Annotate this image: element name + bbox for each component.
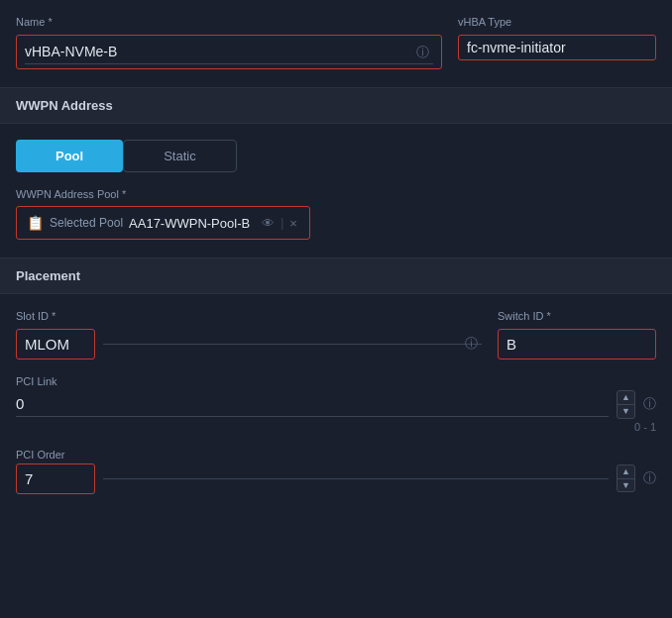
switch-id-field: Switch ID * B	[498, 310, 656, 360]
slot-info-icon[interactable]: ⓘ	[465, 335, 478, 353]
pci-order-row: 7 ▲ ▼ ⓘ	[16, 464, 656, 494]
pci-link-section: PCI Link 0 ▲ ▼ ⓘ 0 - 1	[16, 375, 656, 433]
wwpn-section-body: Pool Static WWPN Address Pool * 📋 Select…	[16, 140, 656, 240]
wwpn-pool-field[interactable]: 📋 Selected Pool AA17-WWPN-Pool-B 👁 | ×	[16, 206, 310, 240]
pool-toggle-btn[interactable]: Pool	[16, 140, 123, 172]
pci-link-increment[interactable]: ▲	[617, 391, 634, 404]
pci-order-section: PCI Order 7 ▲ ▼ ⓘ	[16, 449, 656, 494]
wwpn-section-header: WWPN Address	[0, 87, 672, 124]
slot-id-line: ⓘ	[103, 344, 482, 345]
switch-id-label: Switch ID *	[498, 310, 656, 322]
pool-name-value: AA17-WWPN-Pool-B	[129, 216, 250, 231]
switch-id-box[interactable]: B	[498, 329, 656, 360]
pool-actions: 👁 | ×	[260, 216, 299, 231]
pci-link-stepper: ▲ ▼	[616, 390, 635, 419]
placement-section-title: Placement	[16, 268, 80, 283]
slot-id-field: Slot ID * MLOM ⓘ	[16, 310, 482, 360]
slot-id-row: MLOM ⓘ	[16, 329, 482, 360]
name-label: Name *	[16, 16, 442, 28]
pci-order-increment[interactable]: ▲	[617, 465, 634, 478]
pci-link-input-area: 0	[16, 391, 609, 417]
top-fields-row: Name * vHBA-NVMe-B ⓘ vHBA Type fc-nvme-i…	[16, 16, 656, 69]
pci-order-info-icon[interactable]: ⓘ	[643, 469, 656, 487]
pci-link-decrement[interactable]: ▼	[617, 405, 634, 418]
name-input-inner: vHBA-NVMe-B ⓘ	[25, 40, 433, 64]
pci-order-stepper: ▲ ▼	[616, 464, 635, 493]
pci-link-value: 0	[16, 391, 609, 416]
pool-selected-label: Selected Pool	[50, 216, 123, 230]
pool-divider: |	[280, 216, 283, 230]
vhba-type-value: fc-nvme-initiator	[467, 40, 647, 55]
wwpn-section-title: WWPN Address	[16, 98, 113, 113]
pci-link-label: PCI Link	[16, 375, 656, 387]
slot-id-box[interactable]: MLOM	[16, 329, 95, 360]
slot-id-label: Slot ID *	[16, 310, 482, 322]
wwpn-toggle-group: Pool Static	[16, 140, 656, 172]
static-toggle-btn[interactable]: Static	[123, 140, 237, 172]
vhba-type-label: vHBA Type	[458, 16, 656, 28]
pci-link-info-icon[interactable]: ⓘ	[643, 395, 656, 413]
name-input-wrapper[interactable]: vHBA-NVMe-B ⓘ	[16, 35, 442, 69]
placement-section-body: Slot ID * MLOM ⓘ Switch ID * B	[16, 310, 656, 494]
wwpn-pool-label: WWPN Address Pool *	[16, 188, 656, 200]
pci-order-label: PCI Order	[16, 449, 656, 461]
vhba-type-field-group: vHBA Type fc-nvme-initiator	[458, 16, 656, 69]
slot-switch-row: Slot ID * MLOM ⓘ Switch ID * B	[16, 310, 656, 360]
pci-order-line	[103, 478, 609, 479]
pool-eye-btn[interactable]: 👁	[260, 216, 277, 231]
pci-order-decrement[interactable]: ▼	[617, 479, 634, 492]
form-container: Name * vHBA-NVMe-B ⓘ vHBA Type fc-nvme-i…	[0, 0, 672, 526]
name-input[interactable]: vHBA-NVMe-B	[25, 40, 433, 64]
pool-icon: 📋	[27, 215, 44, 231]
vhba-type-input-wrapper[interactable]: fc-nvme-initiator	[458, 35, 656, 60]
slot-id-value: MLOM	[25, 336, 69, 353]
pci-order-box[interactable]: 7	[16, 464, 95, 494]
pci-order-value: 7	[25, 470, 33, 487]
pci-link-row: 0 ▲ ▼ ⓘ	[16, 390, 656, 419]
name-field-group: Name * vHBA-NVMe-B ⓘ	[16, 16, 442, 69]
placement-section-header: Placement	[0, 258, 672, 294]
switch-id-value: B	[506, 336, 516, 353]
pool-clear-btn[interactable]: ×	[287, 216, 299, 231]
pci-link-range: 0 - 1	[16, 421, 656, 433]
name-info-icon[interactable]: ⓘ	[416, 44, 429, 61]
